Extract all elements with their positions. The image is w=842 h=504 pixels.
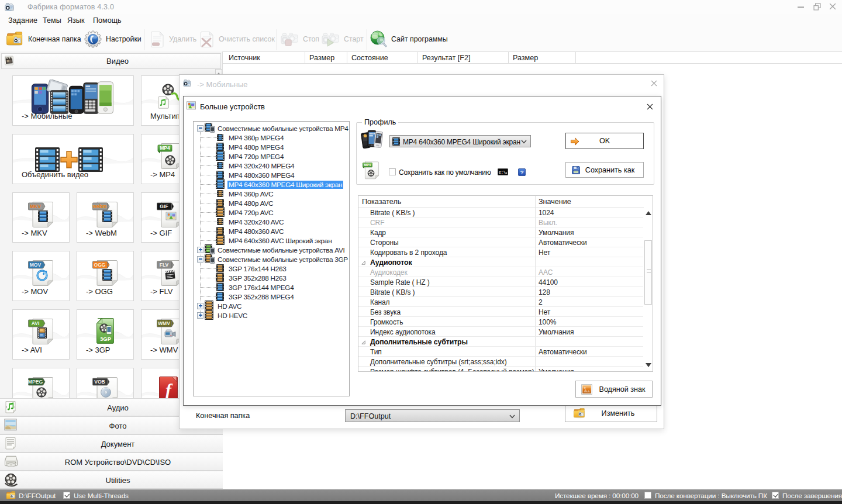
- settings-row-value: Нет: [539, 308, 550, 316]
- toolbar-website-globe-button[interactable]: Сайт программы: [370, 27, 448, 51]
- settings-row[interactable]: Дополнительные субтитры: [358, 337, 643, 347]
- tree-expander-plus[interactable]: [197, 247, 203, 253]
- settings-row[interactable]: АудиокодекAAC: [358, 267, 643, 277]
- shutdown-label: После конвертации : Выключить ПК: [655, 492, 767, 500]
- settings-row[interactable]: Без звукаНет: [358, 307, 643, 317]
- tree-expander-plus[interactable]: [197, 303, 203, 309]
- tree-item[interactable]: HD HEVC: [194, 310, 349, 320]
- scroll-down-icon[interactable]: [646, 363, 651, 367]
- settings-row[interactable]: Аудиопоток: [358, 257, 643, 267]
- list-column-spacer[interactable]: [576, 52, 842, 64]
- list-column-Размер[interactable]: Размер: [509, 52, 576, 64]
- settings-row[interactable]: Bitrate ( KB/s )128: [358, 287, 643, 297]
- tree-item[interactable]: MP4 720p MPEG4: [194, 151, 349, 161]
- ok-button[interactable]: OK: [565, 133, 644, 149]
- list-column-Размер[interactable]: Размер: [305, 52, 347, 64]
- tree-item[interactable]: MP4 640x360 MPEG4 Широкий экран: [194, 179, 349, 189]
- tree-expander-minus[interactable]: [197, 256, 203, 263]
- tree-expander-plus[interactable]: [197, 312, 203, 319]
- settings-row[interactable]: Канал2: [358, 297, 643, 307]
- list-column-Результат [F2][interactable]: Результат [F2]: [418, 52, 509, 64]
- settings-row[interactable]: КадрУмолчания: [358, 227, 643, 237]
- toolbar-folder-camera-button[interactable]: Конечная папка: [6, 27, 81, 51]
- format-card-label: -> AVI: [22, 346, 42, 354]
- format-card-join-video[interactable]: Объединить видео: [12, 134, 134, 184]
- minimize-button[interactable]: [797, 3, 806, 12]
- format-card-avi-doc[interactable]: AVI-> AVI: [12, 309, 70, 360]
- menu-Язык[interactable]: Язык: [67, 16, 84, 25]
- tree-item[interactable]: Совместимые мобильные устройства MP4: [194, 123, 349, 133]
- settings-row[interactable]: СтороныАвтоматически: [358, 237, 643, 247]
- tree-item[interactable]: 3GP 352x288 H263: [194, 273, 349, 282]
- tree-item[interactable]: MP4 480x360 AVC: [194, 226, 349, 236]
- tab-video[interactable]: Видео: [1, 53, 221, 69]
- console-icon[interactable]: c:\: [498, 168, 508, 175]
- tree-item[interactable]: MP4 480p AVC: [194, 198, 349, 208]
- toolbar-gear-button[interactable]: Настройки: [84, 27, 142, 51]
- multi-threads-checkbox[interactable]: [63, 492, 70, 499]
- after-done-checkbox[interactable]: [772, 492, 779, 499]
- tree-item[interactable]: MP4 480x360 MPEG4: [194, 170, 349, 179]
- settings-row[interactable]: Индекс аудиопотокаУмолчания: [358, 327, 643, 337]
- close-icon[interactable]: [651, 80, 657, 87]
- save-as-button[interactable]: Сохранить как: [565, 162, 644, 178]
- format-card-webm-doc[interactable]: webm-> WebM: [77, 192, 134, 243]
- close-button[interactable]: [829, 3, 838, 12]
- tab-document[interactable]: Документ: [0, 434, 223, 453]
- tree-item[interactable]: HD AVC: [194, 301, 349, 310]
- settings-row-value: 44100: [539, 278, 558, 286]
- menu-Задание[interactable]: Задание: [8, 16, 37, 25]
- tree-item[interactable]: Совместимые мобильные устройства 3GP: [194, 254, 349, 264]
- tree-item[interactable]: MP4 360p AVC: [194, 189, 349, 198]
- settings-row[interactable]: ТипАвтоматически: [358, 347, 643, 357]
- tree-item[interactable]: 3GP 176x144 MPEG4: [194, 282, 349, 292]
- film-orange-icon: [205, 310, 213, 320]
- tree-item[interactable]: MP4 320x240 AVC: [194, 217, 349, 226]
- close-icon[interactable]: [647, 103, 653, 110]
- scroll-up-icon[interactable]: [646, 211, 651, 215]
- tree-item-label: HD AVC: [218, 302, 241, 310]
- tree-item[interactable]: MP4 640x360 AVC Широкий экран: [194, 236, 349, 245]
- format-card-mkv-doc[interactable]: MKV-> MKV: [12, 192, 70, 243]
- output-folder-select[interactable]: D:\FFOutput: [345, 409, 520, 422]
- tree-expander-minus[interactable]: [197, 125, 203, 132]
- format-card-ogg-doc[interactable]: OGG-> OGG: [77, 251, 134, 301]
- tree-item[interactable]: MP4 360p MPEG4: [194, 133, 349, 142]
- list-column-Источник[interactable]: Источник: [223, 52, 305, 64]
- menu-Темы[interactable]: Темы: [43, 16, 61, 25]
- scrollbar-thumb[interactable]: [644, 240, 652, 305]
- settings-row[interactable]: Кодировать в 2 проходаНет: [358, 247, 643, 257]
- tree-item[interactable]: 3GP 352x288 MPEG4: [194, 292, 349, 301]
- watermark-button[interactable]: Водяной знак: [575, 381, 653, 398]
- restore-button[interactable]: [813, 3, 823, 12]
- change-folder-button[interactable]: Изменить: [565, 405, 657, 422]
- tree-item[interactable]: Совместимые мобильные устройства AVI: [194, 245, 349, 254]
- tab-utilities-reel[interactable]: Utilities: [0, 471, 223, 489]
- statusbar-output-folder[interactable]: D:\FFOutput: [19, 492, 56, 500]
- settings-row[interactable]: Размер шрифта субтитров (4~Безопасный ра…: [358, 367, 643, 372]
- menu-Помощь[interactable]: Помощь: [93, 16, 122, 25]
- shutdown-checkbox[interactable]: [644, 492, 651, 499]
- format-card-3gp-doc[interactable]: 3GP-> 3GP: [77, 309, 134, 360]
- toolbar-button-label: Удалить: [169, 35, 196, 43]
- settings-row[interactable]: CRFВыкл.: [358, 218, 643, 227]
- settings-row[interactable]: Bitrate ( KB/s )1024: [358, 208, 643, 218]
- help-icon[interactable]: ?: [518, 168, 526, 176]
- section-collapse-icon[interactable]: [361, 340, 365, 344]
- format-card-mobile-devices[interactable]: -> Мобильные: [12, 75, 134, 126]
- format-card-mov-doc[interactable]: MOV-> MOV: [12, 251, 70, 301]
- tab-rom-drive[interactable]: ROM Устройство\DVD\CD\ISO: [0, 453, 223, 471]
- settings-row[interactable]: Дополнительные субтитры (srt;ass;ssa;idx…: [358, 357, 643, 367]
- section-collapse-icon[interactable]: [361, 261, 365, 265]
- save-default-checkbox[interactable]: [389, 168, 396, 175]
- settings-row[interactable]: Громкость100%: [358, 317, 643, 327]
- svg-text:MKV: MKV: [30, 203, 41, 209]
- profile-select[interactable]: MP4 640x360 MPEG4 Широкий экран: [389, 135, 531, 147]
- tree-item[interactable]: MP4 720p AVC: [194, 208, 349, 217]
- list-column-Состояние[interactable]: Состояние: [347, 52, 418, 64]
- settings-row[interactable]: Sample Rate ( HZ )44100: [358, 277, 643, 287]
- settings-row-value: Умолчания: [539, 328, 574, 336]
- tree-item[interactable]: 3GP 176x144 H263: [194, 264, 349, 273]
- tree-item[interactable]: MP4 480p MPEG4: [194, 142, 349, 151]
- tree-item[interactable]: MP4 320x240 MPEG4: [194, 161, 349, 170]
